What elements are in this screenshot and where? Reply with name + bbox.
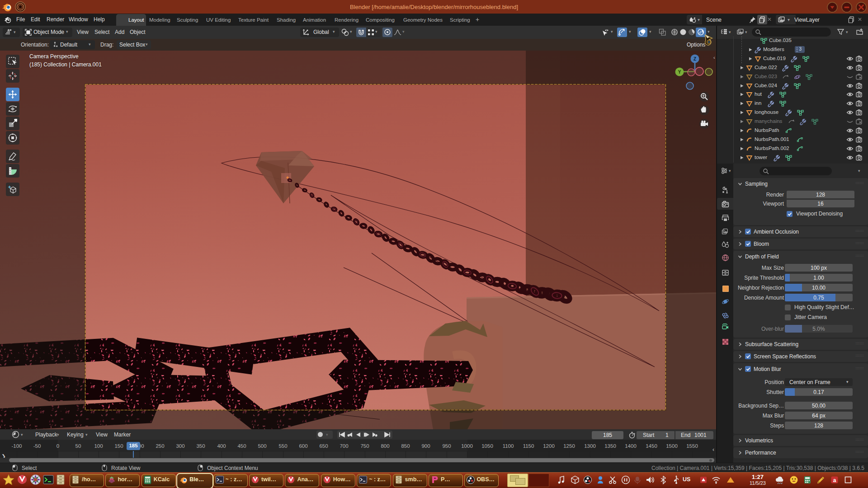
svg-text:Y: Y: [678, 70, 681, 75]
svg-text:a: a: [833, 477, 836, 483]
svg-text:Z: Z: [693, 56, 696, 61]
svg-text:‹: ‹: [713, 55, 715, 60]
